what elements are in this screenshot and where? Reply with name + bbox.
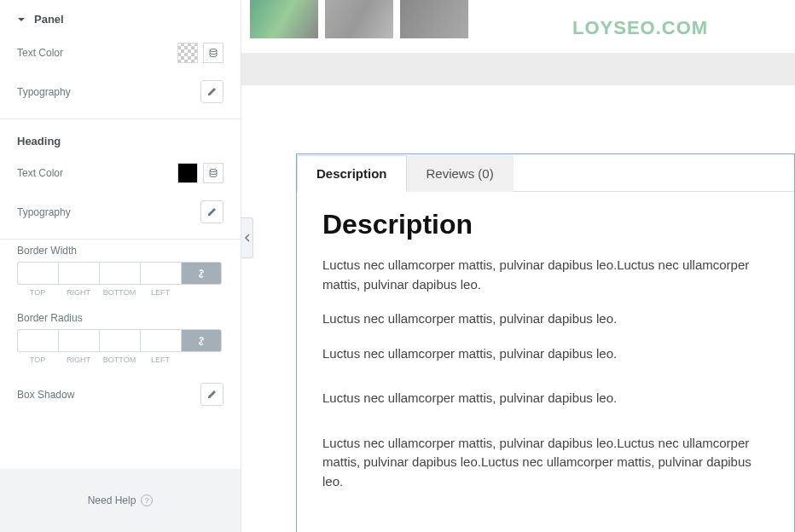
border-width-top-input[interactable] xyxy=(17,262,58,285)
pencil-icon xyxy=(206,86,218,97)
dim-bottom-label: BOTTOM xyxy=(99,288,140,297)
tabs-row: Description Reviews (0) xyxy=(297,154,794,192)
border-radius-bottom-input[interactable] xyxy=(99,329,140,352)
pencil-icon xyxy=(206,206,218,217)
dim-left-label: LEFT xyxy=(140,288,181,297)
preview-area: LOYSEO.COM Description Reviews (0) Descr… xyxy=(241,0,795,532)
heading-color-swatch[interactable] xyxy=(177,163,198,183)
need-help-label: Need Help xyxy=(88,494,136,506)
heading-text-color-control: Text Color xyxy=(0,154,241,192)
link-radius-button[interactable] xyxy=(181,329,222,352)
box-shadow-label: Box Shadow xyxy=(17,389,74,401)
dim-top-label: TOP xyxy=(17,288,58,297)
database-icon xyxy=(208,168,218,178)
need-help-link[interactable]: Need Help ? xyxy=(0,469,241,532)
tabs-container: Description Reviews (0) Description Luct… xyxy=(296,153,795,532)
caret-down-icon xyxy=(17,15,26,24)
text-color-swatch[interactable] xyxy=(177,43,198,63)
help-icon: ? xyxy=(141,494,153,506)
content-paragraph: Luctus nec ullamcorper mattis, pulvinar … xyxy=(322,389,769,408)
watermark-text: LOYSEO.COM xyxy=(572,17,708,39)
edit-box-shadow-button[interactable] xyxy=(200,383,223,406)
content-heading: Description xyxy=(322,209,769,240)
border-radius-left-input[interactable] xyxy=(140,329,181,352)
border-width-left-input[interactable] xyxy=(140,262,181,285)
dim-right-label: RIGHT xyxy=(58,356,99,364)
border-width-label: Border Width xyxy=(17,245,223,257)
link-icon xyxy=(195,335,207,347)
border-width-bottom-input[interactable] xyxy=(99,262,140,285)
dim-right-label: RIGHT xyxy=(58,288,99,297)
thumbnail-image[interactable] xyxy=(400,0,468,38)
dim-left-label: LEFT xyxy=(140,356,181,364)
tab-description[interactable]: Description xyxy=(297,155,407,192)
dim-top-label: TOP xyxy=(17,356,58,364)
border-radius-top-input[interactable] xyxy=(17,329,58,352)
thumbnail-image[interactable] xyxy=(325,0,393,38)
content-paragraph: Luctus nec ullamcorper mattis, pulvinar … xyxy=(322,434,769,492)
text-color-label: Text Color xyxy=(17,47,63,59)
panel-title: Panel xyxy=(34,13,64,26)
content-paragraph: Luctus nec ullamcorper mattis, pulvinar … xyxy=(322,309,769,329)
heading-typography-control: Typography xyxy=(0,192,241,232)
settings-sidebar: Panel Text Color Typography Heading Text… xyxy=(0,0,241,532)
section-strip xyxy=(241,53,795,85)
database-icon xyxy=(208,48,218,58)
box-shadow-control: Box Shadow xyxy=(0,374,241,414)
product-tabs-widget: Description Reviews (0) Description Luct… xyxy=(241,85,795,532)
typography-control: Typography xyxy=(0,72,241,112)
border-width-right-input[interactable] xyxy=(58,262,99,285)
dim-bottom-label: BOTTOM xyxy=(99,356,140,364)
pencil-icon xyxy=(206,389,218,400)
text-color-control: Text Color xyxy=(0,34,241,72)
collapse-sidebar-button[interactable] xyxy=(241,217,253,258)
svg-point-0 xyxy=(210,49,217,52)
heading-edit-typography-button[interactable] xyxy=(200,200,223,223)
panel-section-header[interactable]: Panel xyxy=(0,0,241,34)
heading-text-color-label: Text Color xyxy=(17,167,63,179)
thumbnail-image[interactable] xyxy=(250,0,318,38)
link-icon xyxy=(195,268,207,280)
typography-label: Typography xyxy=(17,86,71,98)
tab-content: Description Luctus nec ullamcorper matti… xyxy=(297,192,794,532)
global-color-button[interactable] xyxy=(203,43,223,63)
border-radius-control: Border Radius TOP RIGHT BOTTOM LEFT xyxy=(0,307,241,364)
border-radius-right-input[interactable] xyxy=(58,329,99,352)
product-thumbnails xyxy=(241,0,795,43)
content-paragraph: Luctus nec ullamcorper mattis, pulvinar … xyxy=(322,344,769,364)
edit-typography-button[interactable] xyxy=(200,80,223,103)
tab-reviews[interactable]: Reviews (0) xyxy=(407,155,514,192)
heading-typography-label: Typography xyxy=(17,206,71,218)
heading-section-label: Heading xyxy=(0,119,241,154)
heading-global-color-button[interactable] xyxy=(203,163,223,183)
chevron-left-icon xyxy=(244,233,251,243)
svg-point-1 xyxy=(210,170,217,172)
border-radius-label: Border Radius xyxy=(17,312,223,324)
link-values-button[interactable] xyxy=(181,262,222,285)
content-paragraph: Luctus nec ullamcorper mattis, pulvinar … xyxy=(322,256,769,294)
border-width-control: Border Width TOP RIGHT BOTTOM LEFT xyxy=(0,240,241,297)
